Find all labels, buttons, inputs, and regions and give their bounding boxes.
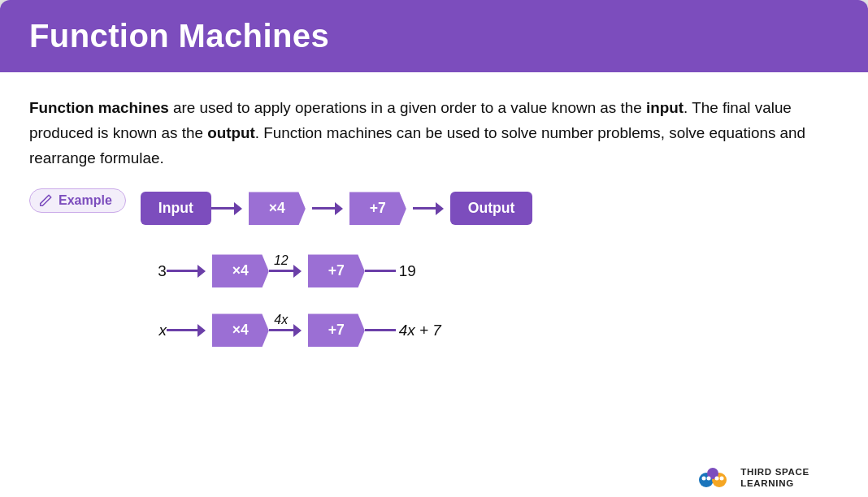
svg-point-5 — [715, 477, 719, 481]
connector-line-1b — [312, 207, 335, 210]
example-badge: Example — [29, 188, 126, 213]
intermediate-wrap-2: 12 — [269, 270, 293, 272]
card: Function Machines Function machines are … — [0, 0, 868, 497]
desc-bold-1: Function machines — [29, 99, 169, 116]
arrow-1a — [234, 202, 242, 215]
arrow-3a — [197, 324, 206, 337]
arrow-1b — [335, 202, 343, 215]
output-val-2: 19 — [399, 262, 416, 280]
svg-point-4 — [707, 477, 711, 481]
diagram-row-2: 3 ×4 12 +7 19 — [141, 243, 533, 287]
connector-3a — [167, 329, 197, 331]
badge-col: Example — [29, 188, 126, 227]
intermediate-val-3: 4x — [274, 313, 288, 327]
arrow-2a — [197, 265, 206, 278]
input-val-2: 3 — [141, 262, 167, 280]
connector-line-1c — [413, 207, 436, 210]
description: Function machines are used to apply oper… — [29, 95, 839, 171]
connector-2b — [269, 270, 293, 272]
logo-line1: THIRD SPACE — [740, 467, 809, 478]
connector-line-1a — [211, 207, 234, 210]
arrow-1c — [436, 202, 444, 215]
diagram-row-1: Input ×4 +7 Output — [141, 192, 533, 225]
connector-3c — [365, 329, 396, 331]
connector-2c — [365, 270, 396, 272]
desc-bold-3: output — [207, 124, 255, 141]
diagram-row-3: x ×4 4x +7 4x + 7 — [141, 302, 533, 347]
input-box: Input — [141, 192, 211, 225]
input-val-3: x — [141, 322, 167, 339]
op-box-2b: +7 — [308, 254, 365, 287]
arrow-3b — [293, 324, 302, 337]
connector-2a — [167, 270, 197, 272]
intermediate-wrap-3: 4x — [269, 329, 293, 331]
content: Function machines are used to apply oper… — [0, 72, 868, 497]
output-val-3: 4x + 7 — [399, 322, 441, 339]
svg-point-6 — [720, 477, 724, 481]
diagrams-wrapper: Input ×4 +7 Output — [141, 192, 533, 347]
op-box-2a: ×4 — [212, 254, 269, 287]
desc-bold-2: input — [646, 99, 684, 116]
output-box: Output — [450, 192, 533, 225]
logo-text: THIRD SPACE LEARNING — [740, 467, 809, 490]
page-title: Function Machines — [29, 18, 839, 54]
connector-3b — [269, 329, 293, 331]
svg-point-3 — [702, 477, 706, 481]
example-badge-label: Example — [59, 193, 112, 208]
op-box-3b: +7 — [308, 313, 365, 347]
op-box-3a: ×4 — [212, 313, 269, 347]
arrow-2b — [293, 265, 302, 278]
logo-line2: LEARNING — [740, 478, 794, 490]
desc-text-1: are used to apply operations in a given … — [169, 99, 646, 116]
tsl-logo-icon — [697, 464, 732, 493]
header: Function Machines — [0, 0, 868, 72]
pencil-icon — [38, 193, 53, 208]
op-box-2: +7 — [349, 192, 406, 225]
op-box-1: ×4 — [249, 192, 306, 225]
logo-area: THIRD SPACE LEARNING — [697, 464, 809, 493]
intermediate-val-2: 12 — [274, 253, 289, 268]
card-inner: Function machines are used to apply oper… — [29, 95, 839, 497]
badge-and-diagram: Example Input ×4 +7 — [29, 188, 839, 347]
